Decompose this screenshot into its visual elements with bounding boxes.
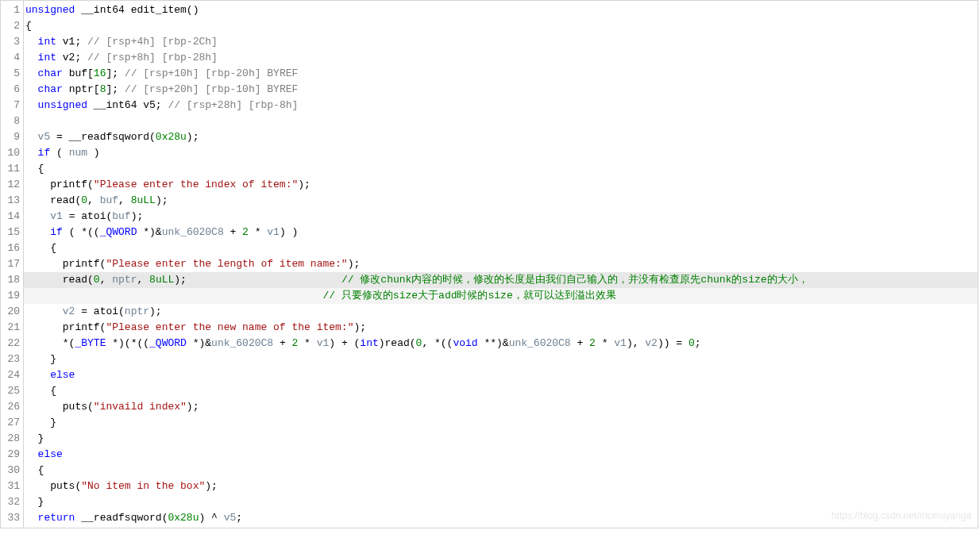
line-number: 18 [6, 272, 20, 288]
code-line[interactable]: unsigned __int64 v5; // [rsp+28h] [rbp-8… [24, 98, 978, 113]
code-line[interactable]: { [24, 383, 978, 399]
line-number: 32 [6, 494, 20, 510]
line-number: 21 [6, 320, 20, 336]
line-number: 13 [6, 193, 20, 209]
line-number: 15 [6, 225, 20, 240]
line-number: 8 [6, 113, 20, 129]
line-number: 11 [6, 161, 20, 177]
code-line[interactable]: printf("Please enter the length of item … [24, 256, 978, 272]
line-number: 14 [6, 209, 20, 225]
line-number: 25 [6, 383, 20, 399]
code-line[interactable]: } [24, 352, 978, 367]
line-number: 24 [6, 367, 20, 383]
code-line[interactable]: v1 = atoi(buf); [24, 209, 978, 225]
code-line[interactable]: else [24, 367, 978, 383]
line-number: 4 [6, 50, 20, 66]
code-line[interactable]: puts("invaild index"); [24, 399, 978, 415]
line-number: 31 [6, 478, 20, 494]
code-line[interactable]: else [24, 447, 978, 463]
code-line[interactable]: read(0, nptr, 8uLL); // 修改chunk内容的时候，修改的… [24, 272, 978, 288]
code-line[interactable]: { [24, 18, 978, 34]
line-number: 10 [6, 145, 20, 161]
line-number: 23 [6, 352, 20, 367]
line-number: 28 [6, 431, 20, 447]
code-area[interactable]: unsigned __int64 edit_item(){ int v1; //… [24, 1, 978, 528]
code-line[interactable]: unsigned __int64 edit_item() [24, 2, 978, 18]
code-line[interactable]: printf("Please enter the index of item:"… [24, 177, 978, 193]
code-line[interactable]: char buf[16]; // [rsp+10h] [rbp-20h] BYR… [24, 66, 978, 82]
code-line[interactable]: { [24, 161, 978, 177]
line-number: 7 [6, 98, 20, 113]
code-line[interactable]: *(_BYTE *)(*((_QWORD *)&unk_6020C8 + 2 *… [24, 336, 978, 352]
code-line[interactable]: printf("Please enter the new name of the… [24, 320, 978, 336]
line-number: 22 [6, 336, 20, 352]
line-number: 26 [6, 399, 20, 415]
line-number: 30 [6, 463, 20, 478]
code-line[interactable]: v5 = __readfsqword(0x28u); [24, 129, 978, 145]
line-number: 2 [6, 18, 20, 34]
line-number: 19 [6, 288, 20, 304]
line-number: 29 [6, 447, 20, 463]
line-number: 20 [6, 304, 20, 320]
code-line[interactable]: } [24, 494, 978, 510]
line-number: 6 [6, 82, 20, 98]
code-line[interactable]: int v2; // [rsp+8h] [rbp-28h] [24, 50, 978, 66]
code-line[interactable]: } [24, 431, 978, 447]
code-line[interactable]: puts("No item in the box"); [24, 478, 978, 494]
line-number: 16 [6, 240, 20, 256]
line-number: 33 [6, 510, 20, 526]
line-number: 17 [6, 256, 20, 272]
code-editor[interactable]: 1234567891011121314151617181920212223242… [0, 0, 978, 528]
line-number: 3 [6, 34, 20, 50]
code-line[interactable]: if ( *((_QWORD *)&unk_6020C8 + 2 * v1) ) [24, 225, 978, 240]
code-line[interactable]: if ( num ) [24, 145, 978, 161]
line-number: 5 [6, 66, 20, 82]
code-line[interactable]: v2 = atoi(nptr); [24, 304, 978, 320]
code-line[interactable]: } [24, 415, 978, 431]
line-number: 12 [6, 177, 20, 193]
code-line[interactable]: int v1; // [rsp+4h] [rbp-2Ch] [24, 34, 978, 50]
line-number-gutter: 1234567891011121314151617181920212223242… [1, 1, 24, 528]
code-line[interactable]: { [24, 463, 978, 478]
line-number: 1 [6, 2, 20, 18]
code-line[interactable]: read(0, buf, 8uLL); [24, 193, 978, 209]
code-line[interactable]: // 只要修改的size大于add时候的size，就可以达到溢出效果 [24, 288, 978, 304]
code-line[interactable]: return __readfsqword(0x28u) ^ v5; [24, 510, 978, 526]
code-line[interactable]: char nptr[8]; // [rsp+20h] [rbp-10h] BYR… [24, 82, 978, 98]
line-number: 9 [6, 129, 20, 145]
code-line[interactable] [24, 113, 978, 129]
code-line[interactable]: { [24, 240, 978, 256]
line-number: 27 [6, 415, 20, 431]
